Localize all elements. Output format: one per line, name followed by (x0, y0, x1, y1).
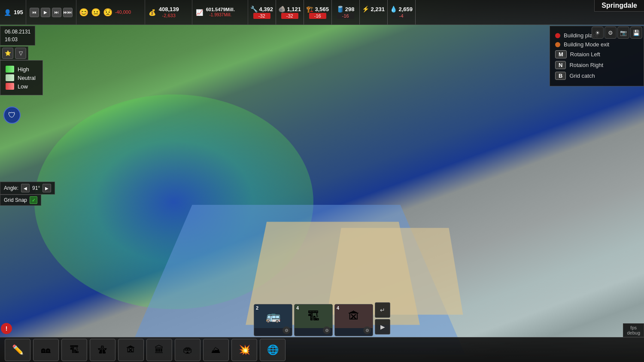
citizens-icon: 👤 (3, 8, 12, 17)
build-arrows-group: ↵ ▶ (375, 302, 390, 335)
toolbar-btn-disaster[interactable]: 💥 (231, 339, 257, 361)
build-card-3-gear-icon: ⚙ (363, 326, 371, 334)
toolbar-btn-buildings[interactable]: 🏘 (33, 339, 59, 361)
build-card-1[interactable]: 2 🚌 ⚙ (254, 304, 292, 336)
terrain-icon: ⛰ (211, 345, 221, 355)
alert-icon[interactable]: ! (1, 323, 12, 334)
build-card-3[interactable]: 4 🏚 ⚙ (334, 304, 373, 336)
legend-high-label: High (18, 66, 29, 73)
resource-electric-top: ⚡ 2,231 (362, 6, 385, 12)
pencil-icon: ✏️ (12, 345, 24, 355)
angle-decrease-btn[interactable]: ◀ (21, 184, 30, 192)
legend-low-color (6, 83, 14, 90)
brick-delta: -32 (281, 13, 298, 19)
legend-high-color (6, 66, 14, 73)
build-card-2[interactable]: 4 🏗 ⚙ (294, 304, 333, 336)
structures-icon: 🏚 (126, 345, 136, 355)
toolbar-btn-pencil[interactable]: ✏️ (5, 339, 30, 361)
settings-icons-row: ☀ ⚙ 📷 💾 (590, 25, 644, 40)
tools-icon: 🔧 (250, 6, 258, 12)
happiness-section: 😊 😐 😟 -40,000 (76, 0, 145, 24)
build-card-1-number: 2 (256, 305, 258, 310)
roads-icon: 🛣 (98, 345, 107, 355)
time-display: 16:03 (5, 36, 30, 43)
keybinding-rotation-right-label: Rotaion Right (569, 62, 603, 68)
resource-oil: 🛢️ 298 -16 (332, 0, 360, 24)
build-enter-btn[interactable]: ↵ (375, 302, 390, 318)
neutral-face-icon: 😐 (91, 8, 100, 17)
special-icon: 🏟 (183, 345, 192, 355)
buildings-icon: 🏘 (41, 345, 51, 355)
angle-value: 91° (32, 185, 40, 191)
save-icon-btn[interactable]: 💾 (630, 27, 642, 39)
toolbar-btn-structures[interactable]: 🏚 (118, 339, 144, 361)
toolbar-btn-roads[interactable]: 🛣 (90, 339, 115, 361)
fast-btn[interactable]: ⏭ (52, 8, 61, 17)
brick-value: 1,121 (287, 6, 301, 12)
police-icon[interactable]: 🛡 (3, 106, 21, 124)
resource-brick: 🪨 1,121 -32 (276, 0, 304, 24)
datetime-panel: 06.08.2131 16:03 (0, 26, 35, 46)
city-name: Springdale (594, 0, 644, 12)
toolbar-btn-globe[interactable]: 🌐 (260, 339, 286, 361)
build-card-2-number: 4 (296, 305, 299, 310)
oil-delta: -16 (337, 13, 354, 19)
keybinding-rotation-left: M Rotaion Left (555, 50, 638, 58)
brick-icon: 🪨 (278, 6, 286, 12)
fps-label: fps (627, 325, 640, 330)
top-hud: 👤 195 ⏮ ▶ ⏭ ⏭⏭ 😊 😐 😟 -40,000 💰 408,139 -… (0, 0, 644, 25)
resource-tools: 🔧 4,392 -32 (248, 0, 276, 24)
star-btn[interactable]: ⭐ (2, 48, 13, 59)
resource-oil-top: 🛢️ 298 (337, 6, 355, 12)
income-icon: 📈 (195, 8, 204, 17)
playback-controls[interactable]: ⏮ ▶ ⏭ ⏭⏭ (26, 0, 76, 24)
treasury-section: 💰 408,139 -2,633 (145, 0, 192, 24)
toolbar-btn-special[interactable]: 🏟 (175, 339, 200, 361)
keybinding-rotation-right: N Rotaion Right (555, 61, 638, 69)
legend-neutral-label: Neutral (18, 75, 36, 81)
legend-high: High (6, 66, 37, 73)
toolbar-btn-terrain[interactable]: ⛰ (203, 339, 229, 361)
build-card-3-img: 🏚 (335, 304, 373, 328)
electric-value: 2,231 (371, 6, 385, 12)
money-delta-value: -40,000 (115, 9, 131, 15)
keybinding-building-exit-label: Building Mode exit (564, 41, 609, 48)
citizens-section: 👤 195 (0, 0, 26, 24)
camera-icon-btn[interactable]: 📷 (617, 27, 629, 39)
toolbar-btn-zones[interactable]: 🏗 (61, 339, 87, 361)
toolbar-btn-civic[interactable]: 🏛 (146, 339, 172, 361)
resource-water-top: 💧 2,659 (390, 6, 413, 12)
citizens-values: 195 (14, 9, 23, 16)
prev-btn[interactable]: ⏮ (30, 8, 39, 17)
water-icon: 💧 (390, 6, 397, 12)
brightness-icon-btn[interactable]: ☀ (592, 27, 604, 39)
settings-icon-btn[interactable]: ⚙ (605, 27, 617, 39)
keybinding-grid-catch: B Grid catch (555, 72, 638, 80)
play-btn[interactable]: ▶ (41, 8, 50, 17)
fps-panel: fps debug (623, 323, 644, 337)
angle-increase-btn[interactable]: ▶ (43, 184, 51, 192)
disaster-icon: 💥 (239, 345, 250, 355)
build-card-1-gear-icon: ⚙ (283, 326, 290, 334)
legend-low: Low (6, 83, 37, 90)
faster-btn[interactable]: ⏭⏭ (63, 8, 73, 17)
build-next-btn[interactable]: ▶ (375, 319, 390, 335)
legend-neutral-color (6, 74, 14, 81)
income-values: 601.5479Mill. -1.9937Mill. (206, 7, 235, 18)
electric-icon: ⚡ (362, 6, 369, 12)
build-card-1-img: 🚌 (254, 304, 292, 328)
legend-panel: High Neutral Low (0, 60, 43, 95)
date-display: 06.08.2131 (5, 28, 30, 36)
money-delta-values: -40,000 (115, 9, 131, 15)
keybinding-dot-red (555, 33, 560, 38)
grid-snap-checkbox[interactable]: ✓ (30, 196, 37, 204)
mini-toolbar[interactable]: ⭐ ▽ (0, 46, 28, 60)
construct-delta: -16 (309, 13, 326, 19)
grid-snap-control[interactable]: Grid Snap ✓ (0, 195, 41, 206)
build-card-2-img: 🏗 (295, 304, 332, 328)
construct-value: 3,565 (315, 6, 329, 12)
treasury-delta: -2,633 (162, 13, 176, 18)
treasury-values: 408,139 -2,633 (159, 6, 179, 18)
filter-btn[interactable]: ▽ (15, 48, 26, 59)
resource-electric: ⚡ 2,231 - (360, 0, 388, 24)
